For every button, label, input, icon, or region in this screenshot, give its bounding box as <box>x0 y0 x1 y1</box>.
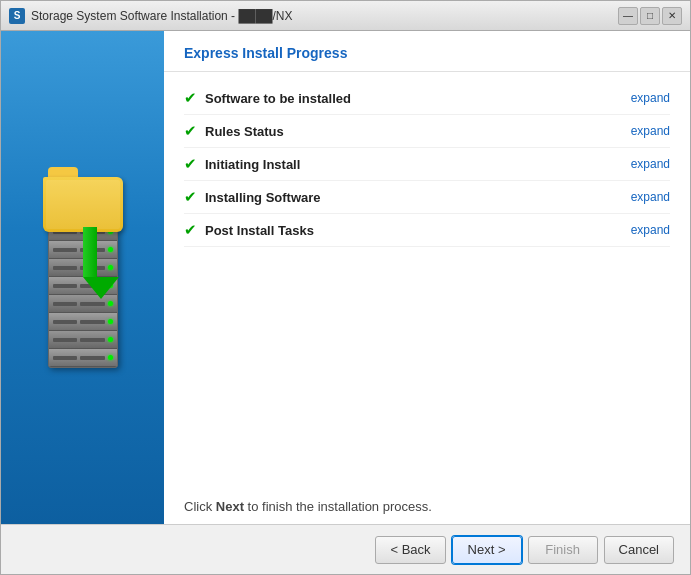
item-label-5: Post Install Tasks <box>205 223 631 238</box>
checkmark-icon: ✔ <box>184 122 197 140</box>
rack-unit-7 <box>49 331 117 349</box>
list-item: ✔ Post Install Tasks expand <box>184 214 670 247</box>
window-controls: — □ ✕ <box>618 7 682 25</box>
main-header: Express Install Progress <box>164 31 690 72</box>
item-label-4: Installing Software <box>205 190 631 205</box>
bottom-bar: < Back Next > Finish Cancel <box>1 524 690 574</box>
application-window: S Storage System Software Installation -… <box>0 0 691 575</box>
list-item: ✔ Rules Status expand <box>184 115 670 148</box>
main-panel: Express Install Progress ✔ Software to b… <box>164 31 690 524</box>
item-label-2: Rules Status <box>205 124 631 139</box>
checkmark-icon: ✔ <box>184 221 197 239</box>
maximize-button[interactable]: □ <box>640 7 660 25</box>
item-label-1: Software to be installed <box>205 91 631 106</box>
folder-body <box>43 177 123 232</box>
expand-link-1[interactable]: expand <box>631 91 670 105</box>
next-text-emphasis: Next <box>216 499 244 514</box>
title-bar-left: S Storage System Software Installation -… <box>9 8 292 24</box>
title-bar: S Storage System Software Installation -… <box>1 1 690 31</box>
footer-message: Click Next to finish the installation pr… <box>164 499 690 524</box>
checkmark-icon: ✔ <box>184 188 197 206</box>
expand-link-2[interactable]: expand <box>631 124 670 138</box>
app-icon: S <box>9 8 25 24</box>
list-item: ✔ Installing Software expand <box>184 181 670 214</box>
list-item: ✔ Software to be installed expand <box>184 82 670 115</box>
arrow-shaft <box>83 227 97 277</box>
finish-button[interactable]: Finish <box>528 536 598 564</box>
expand-link-5[interactable]: expand <box>631 223 670 237</box>
folder-icon <box>43 167 123 232</box>
sidebar <box>1 31 164 524</box>
content-area: Express Install Progress ✔ Software to b… <box>1 31 690 524</box>
item-label-3: Initiating Install <box>205 157 631 172</box>
minimize-button[interactable]: — <box>618 7 638 25</box>
arrow-head <box>83 277 119 299</box>
rack-unit-8 <box>49 349 117 367</box>
list-item: ✔ Initiating Install expand <box>184 148 670 181</box>
rack-unit-6 <box>49 313 117 331</box>
progress-list: ✔ Software to be installed expand ✔ Rule… <box>164 72 690 499</box>
close-button[interactable]: ✕ <box>662 7 682 25</box>
folder-tab <box>48 167 78 177</box>
window-title: Storage System Software Installation - █… <box>31 9 292 23</box>
expand-link-3[interactable]: expand <box>631 157 670 171</box>
cancel-button[interactable]: Cancel <box>604 536 674 564</box>
progress-title: Express Install Progress <box>184 45 347 61</box>
sidebar-illustration <box>43 167 123 368</box>
back-button[interactable]: < Back <box>375 536 445 564</box>
checkmark-icon: ✔ <box>184 155 197 173</box>
next-button[interactable]: Next > <box>452 536 522 564</box>
checkmark-icon: ✔ <box>184 89 197 107</box>
expand-link-4[interactable]: expand <box>631 190 670 204</box>
